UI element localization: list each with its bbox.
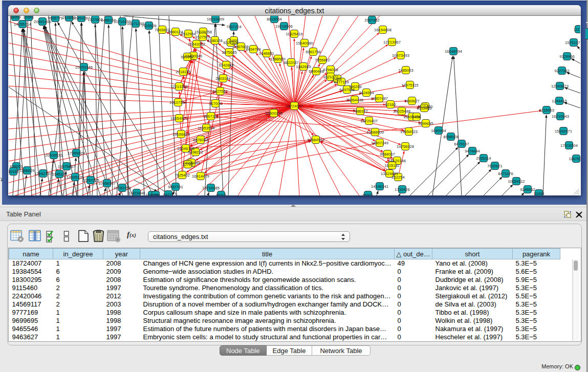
svg-text:16154808: 16154808 (374, 28, 391, 32)
svg-text:252254: 252254 (391, 175, 404, 180)
svg-text:8912954: 8912954 (181, 32, 196, 36)
svg-text:16210643: 16210643 (552, 114, 569, 119)
svg-text:7485003: 7485003 (398, 68, 413, 73)
svg-text:3624554: 3624554 (359, 91, 374, 95)
svg-text:19975867: 19975867 (58, 164, 75, 169)
svg-text:8813054: 8813054 (267, 17, 282, 21)
svg-text:12505135: 12505135 (67, 175, 84, 180)
svg-text:2935114: 2935114 (476, 156, 491, 161)
svg-text:16648794: 16648794 (445, 49, 462, 54)
svg-text:5498222: 5498222 (188, 150, 203, 155)
svg-text:1615132: 1615132 (384, 163, 400, 168)
svg-text:19654923: 19654923 (170, 116, 188, 121)
svg-text:11353594: 11353594 (198, 126, 214, 130)
svg-text:15226058: 15226058 (194, 30, 212, 34)
svg-text:15716485: 15716485 (202, 186, 220, 190)
svg-text:5466: 5466 (230, 38, 238, 43)
svg-text:20206533: 20206533 (45, 153, 62, 158)
svg-text:62160: 62160 (385, 102, 396, 107)
svg-text:2803144: 2803144 (215, 76, 231, 81)
svg-text:10973493: 10973493 (392, 53, 409, 58)
svg-text:96115: 96115 (216, 193, 227, 195)
svg-text:9605779: 9605779 (48, 16, 63, 20)
svg-text:7753: 7753 (151, 193, 160, 195)
svg-text:16120746: 16120746 (388, 159, 406, 163)
svg-text:6794028: 6794028 (323, 68, 338, 72)
svg-text:9474444: 9474444 (465, 149, 480, 154)
svg-text:1156829: 1156829 (20, 168, 35, 173)
svg-text:11173: 11173 (574, 27, 580, 32)
svg-text:12093873: 12093873 (551, 84, 569, 89)
svg-text:39154: 39154 (9, 169, 19, 174)
svg-text:8267110: 8267110 (204, 114, 219, 119)
svg-text:2718176: 2718176 (176, 70, 191, 74)
svg-text:17016504: 17016504 (560, 143, 578, 148)
svg-text:6404: 6404 (412, 115, 421, 119)
svg-text:16543362: 16543362 (188, 42, 205, 47)
svg-text:7857224: 7857224 (226, 25, 242, 29)
svg-text:25300295: 25300295 (265, 111, 282, 116)
svg-text:9457791: 9457791 (168, 185, 183, 189)
svg-text:12213967: 12213967 (383, 40, 401, 45)
svg-text:1244415: 1244415 (552, 99, 567, 103)
svg-text:10434: 10434 (533, 191, 544, 195)
svg-text:20364436: 20364436 (346, 98, 363, 102)
svg-text:1167533: 1167533 (569, 157, 581, 161)
svg-text:1640954: 1640954 (431, 128, 446, 133)
svg-text:8186328: 8186328 (207, 38, 223, 43)
svg-text:6961758: 6961758 (306, 50, 321, 54)
svg-text:8215953: 8215953 (539, 108, 554, 113)
svg-text:6497568: 6497568 (339, 87, 355, 92)
svg-text:19756928: 19756928 (397, 144, 414, 149)
svg-text:9684067: 9684067 (380, 152, 395, 157)
svg-text:1362615: 1362615 (296, 64, 311, 69)
svg-text:12942737: 12942737 (34, 171, 52, 176)
svg-text:7625402: 7625402 (175, 173, 190, 178)
svg-text:17359924: 17359924 (68, 151, 85, 156)
svg-text:7955812: 7955812 (315, 58, 330, 62)
svg-text:10807487: 10807487 (371, 96, 388, 101)
svg-text:19166829: 19166829 (172, 132, 190, 137)
svg-text:11923448: 11923448 (128, 191, 145, 195)
svg-text:15720407: 15720407 (360, 119, 378, 123)
svg-text:8878342: 8878342 (193, 138, 208, 142)
svg-text:20053346: 20053346 (75, 65, 93, 70)
svg-text:12975115: 12975115 (401, 83, 418, 87)
svg-text:9227342: 9227342 (554, 69, 570, 73)
svg-text:6990448: 6990448 (309, 69, 324, 74)
svg-text:12213389: 12213389 (170, 84, 188, 89)
svg-text:19384554: 19384554 (307, 138, 324, 142)
svg-text:8958928: 8958928 (443, 135, 459, 139)
svg-text:15751074: 15751074 (565, 40, 580, 45)
svg-text:8427552: 8427552 (212, 89, 228, 94)
svg-text:9242845: 9242845 (219, 63, 234, 68)
svg-text:9146821: 9146821 (259, 51, 274, 56)
svg-text:11325419: 11325419 (286, 32, 302, 36)
svg-text:16914479: 16914479 (192, 174, 209, 179)
svg-text:65321: 65321 (362, 193, 373, 195)
svg-text:18724007: 18724007 (286, 104, 303, 108)
svg-text:1733426: 1733426 (395, 187, 410, 192)
svg-text:2087682: 2087682 (364, 18, 380, 23)
svg-text:15692971: 15692971 (555, 129, 572, 134)
svg-text:19218506: 19218506 (275, 24, 293, 29)
svg-text:9463627: 9463627 (404, 99, 420, 103)
svg-text:15640980: 15640980 (296, 41, 313, 46)
svg-text:8113463: 8113463 (417, 106, 432, 111)
svg-text:7632621: 7632621 (487, 164, 503, 168)
svg-text:989962: 989962 (181, 55, 193, 59)
svg-text:9777169: 9777169 (334, 80, 349, 84)
svg-text:10958107: 10958107 (98, 181, 116, 186)
svg-text:16782759: 16782759 (114, 186, 131, 190)
svg-text:16033809: 16033809 (207, 17, 224, 21)
svg-text:20891: 20891 (23, 16, 34, 19)
svg-text:9329966: 9329966 (559, 54, 575, 59)
svg-text:14196141: 14196141 (371, 184, 388, 189)
svg-text:6479197: 6479197 (454, 142, 469, 146)
svg-text:10688609: 10688609 (366, 130, 384, 135)
svg-text:19654923: 19654923 (400, 129, 418, 134)
svg-text:3875685: 3875685 (222, 50, 237, 55)
svg-text:18807249: 18807249 (371, 141, 388, 145)
svg-text:84211: 84211 (163, 192, 174, 195)
svg-text:17957225: 17957225 (82, 178, 99, 183)
